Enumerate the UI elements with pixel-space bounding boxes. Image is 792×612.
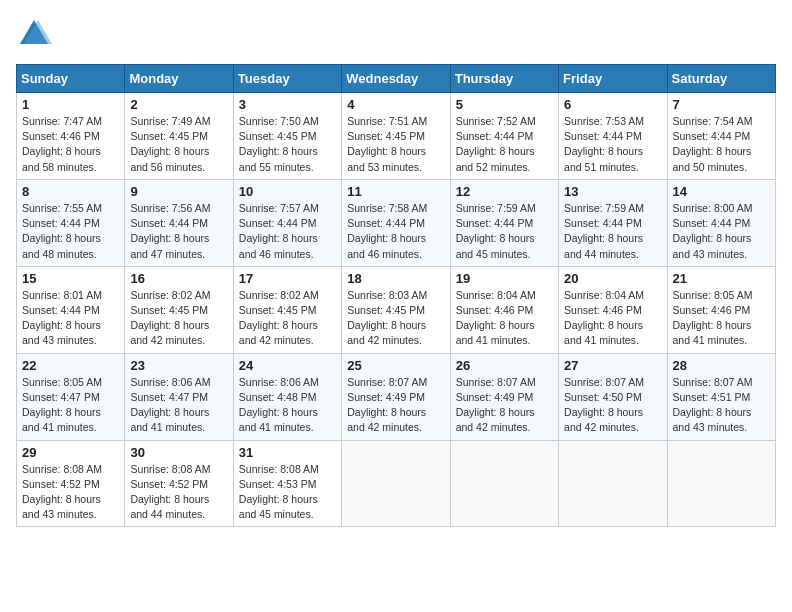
weekday-header-row: SundayMondayTuesdayWednesdayThursdayFrid… [17, 65, 776, 93]
day-info: Sunrise: 8:04 AMSunset: 4:46 PMDaylight:… [456, 288, 553, 349]
calendar-cell: 5 Sunrise: 7:52 AMSunset: 4:44 PMDayligh… [450, 93, 558, 180]
day-number: 23 [130, 358, 227, 373]
day-number: 15 [22, 271, 119, 286]
day-number: 19 [456, 271, 553, 286]
day-number: 16 [130, 271, 227, 286]
weekday-header-thursday: Thursday [450, 65, 558, 93]
calendar-cell: 12 Sunrise: 7:59 AMSunset: 4:44 PMDaylig… [450, 179, 558, 266]
day-info: Sunrise: 8:05 AMSunset: 4:47 PMDaylight:… [22, 375, 119, 436]
calendar-cell: 16 Sunrise: 8:02 AMSunset: 4:45 PMDaylig… [125, 266, 233, 353]
day-number: 22 [22, 358, 119, 373]
calendar-cell: 28 Sunrise: 8:07 AMSunset: 4:51 PMDaylig… [667, 353, 775, 440]
calendar-cell: 22 Sunrise: 8:05 AMSunset: 4:47 PMDaylig… [17, 353, 125, 440]
weekday-header-sunday: Sunday [17, 65, 125, 93]
calendar-cell: 15 Sunrise: 8:01 AMSunset: 4:44 PMDaylig… [17, 266, 125, 353]
week-row-1: 1 Sunrise: 7:47 AMSunset: 4:46 PMDayligh… [17, 93, 776, 180]
calendar-cell: 29 Sunrise: 8:08 AMSunset: 4:52 PMDaylig… [17, 440, 125, 527]
day-number: 14 [673, 184, 770, 199]
day-info: Sunrise: 8:04 AMSunset: 4:46 PMDaylight:… [564, 288, 661, 349]
calendar-cell: 2 Sunrise: 7:49 AMSunset: 4:45 PMDayligh… [125, 93, 233, 180]
week-row-4: 22 Sunrise: 8:05 AMSunset: 4:47 PMDaylig… [17, 353, 776, 440]
day-number: 4 [347, 97, 444, 112]
week-row-3: 15 Sunrise: 8:01 AMSunset: 4:44 PMDaylig… [17, 266, 776, 353]
day-number: 30 [130, 445, 227, 460]
day-number: 6 [564, 97, 661, 112]
day-number: 13 [564, 184, 661, 199]
day-number: 10 [239, 184, 336, 199]
logo-icon [16, 16, 52, 52]
day-info: Sunrise: 8:08 AMSunset: 4:52 PMDaylight:… [130, 462, 227, 523]
day-info: Sunrise: 8:08 AMSunset: 4:53 PMDaylight:… [239, 462, 336, 523]
calendar-cell: 21 Sunrise: 8:05 AMSunset: 4:46 PMDaylig… [667, 266, 775, 353]
day-info: Sunrise: 8:07 AMSunset: 4:51 PMDaylight:… [673, 375, 770, 436]
day-number: 1 [22, 97, 119, 112]
day-info: Sunrise: 7:55 AMSunset: 4:44 PMDaylight:… [22, 201, 119, 262]
day-number: 11 [347, 184, 444, 199]
weekday-header-friday: Friday [559, 65, 667, 93]
weekday-header-saturday: Saturday [667, 65, 775, 93]
day-info: Sunrise: 7:57 AMSunset: 4:44 PMDaylight:… [239, 201, 336, 262]
calendar-cell: 1 Sunrise: 7:47 AMSunset: 4:46 PMDayligh… [17, 93, 125, 180]
calendar-cell: 25 Sunrise: 8:07 AMSunset: 4:49 PMDaylig… [342, 353, 450, 440]
day-info: Sunrise: 8:07 AMSunset: 4:49 PMDaylight:… [347, 375, 444, 436]
day-info: Sunrise: 7:50 AMSunset: 4:45 PMDaylight:… [239, 114, 336, 175]
day-info: Sunrise: 8:05 AMSunset: 4:46 PMDaylight:… [673, 288, 770, 349]
day-number: 20 [564, 271, 661, 286]
day-info: Sunrise: 7:47 AMSunset: 4:46 PMDaylight:… [22, 114, 119, 175]
day-info: Sunrise: 8:07 AMSunset: 4:50 PMDaylight:… [564, 375, 661, 436]
day-number: 7 [673, 97, 770, 112]
day-info: Sunrise: 7:54 AMSunset: 4:44 PMDaylight:… [673, 114, 770, 175]
calendar-cell: 11 Sunrise: 7:58 AMSunset: 4:44 PMDaylig… [342, 179, 450, 266]
day-number: 9 [130, 184, 227, 199]
day-info: Sunrise: 7:59 AMSunset: 4:44 PMDaylight:… [456, 201, 553, 262]
day-number: 28 [673, 358, 770, 373]
day-number: 25 [347, 358, 444, 373]
calendar-cell: 4 Sunrise: 7:51 AMSunset: 4:45 PMDayligh… [342, 93, 450, 180]
logo [16, 16, 56, 52]
calendar-cell: 3 Sunrise: 7:50 AMSunset: 4:45 PMDayligh… [233, 93, 341, 180]
day-number: 8 [22, 184, 119, 199]
calendar-cell: 17 Sunrise: 8:02 AMSunset: 4:45 PMDaylig… [233, 266, 341, 353]
day-number: 17 [239, 271, 336, 286]
day-info: Sunrise: 7:52 AMSunset: 4:44 PMDaylight:… [456, 114, 553, 175]
day-number: 26 [456, 358, 553, 373]
day-info: Sunrise: 8:08 AMSunset: 4:52 PMDaylight:… [22, 462, 119, 523]
day-info: Sunrise: 8:06 AMSunset: 4:48 PMDaylight:… [239, 375, 336, 436]
day-number: 5 [456, 97, 553, 112]
day-info: Sunrise: 7:58 AMSunset: 4:44 PMDaylight:… [347, 201, 444, 262]
calendar-cell: 27 Sunrise: 8:07 AMSunset: 4:50 PMDaylig… [559, 353, 667, 440]
calendar-cell: 7 Sunrise: 7:54 AMSunset: 4:44 PMDayligh… [667, 93, 775, 180]
day-info: Sunrise: 8:02 AMSunset: 4:45 PMDaylight:… [239, 288, 336, 349]
calendar-cell: 9 Sunrise: 7:56 AMSunset: 4:44 PMDayligh… [125, 179, 233, 266]
day-info: Sunrise: 8:02 AMSunset: 4:45 PMDaylight:… [130, 288, 227, 349]
calendar-table: SundayMondayTuesdayWednesdayThursdayFrid… [16, 64, 776, 527]
day-number: 29 [22, 445, 119, 460]
day-info: Sunrise: 8:03 AMSunset: 4:45 PMDaylight:… [347, 288, 444, 349]
calendar-cell: 20 Sunrise: 8:04 AMSunset: 4:46 PMDaylig… [559, 266, 667, 353]
calendar-cell: 19 Sunrise: 8:04 AMSunset: 4:46 PMDaylig… [450, 266, 558, 353]
calendar-cell: 23 Sunrise: 8:06 AMSunset: 4:47 PMDaylig… [125, 353, 233, 440]
weekday-header-tuesday: Tuesday [233, 65, 341, 93]
day-info: Sunrise: 7:56 AMSunset: 4:44 PMDaylight:… [130, 201, 227, 262]
day-number: 3 [239, 97, 336, 112]
calendar-cell: 18 Sunrise: 8:03 AMSunset: 4:45 PMDaylig… [342, 266, 450, 353]
day-number: 21 [673, 271, 770, 286]
calendar-cell: 24 Sunrise: 8:06 AMSunset: 4:48 PMDaylig… [233, 353, 341, 440]
day-info: Sunrise: 8:07 AMSunset: 4:49 PMDaylight:… [456, 375, 553, 436]
day-number: 12 [456, 184, 553, 199]
day-info: Sunrise: 7:51 AMSunset: 4:45 PMDaylight:… [347, 114, 444, 175]
week-row-5: 29 Sunrise: 8:08 AMSunset: 4:52 PMDaylig… [17, 440, 776, 527]
calendar-cell: 26 Sunrise: 8:07 AMSunset: 4:49 PMDaylig… [450, 353, 558, 440]
day-info: Sunrise: 8:00 AMSunset: 4:44 PMDaylight:… [673, 201, 770, 262]
day-number: 31 [239, 445, 336, 460]
calendar-cell [450, 440, 558, 527]
day-info: Sunrise: 7:53 AMSunset: 4:44 PMDaylight:… [564, 114, 661, 175]
calendar-cell: 31 Sunrise: 8:08 AMSunset: 4:53 PMDaylig… [233, 440, 341, 527]
day-number: 18 [347, 271, 444, 286]
calendar-cell: 6 Sunrise: 7:53 AMSunset: 4:44 PMDayligh… [559, 93, 667, 180]
day-number: 24 [239, 358, 336, 373]
calendar-cell: 8 Sunrise: 7:55 AMSunset: 4:44 PMDayligh… [17, 179, 125, 266]
calendar-cell: 14 Sunrise: 8:00 AMSunset: 4:44 PMDaylig… [667, 179, 775, 266]
weekday-header-wednesday: Wednesday [342, 65, 450, 93]
day-info: Sunrise: 7:59 AMSunset: 4:44 PMDaylight:… [564, 201, 661, 262]
